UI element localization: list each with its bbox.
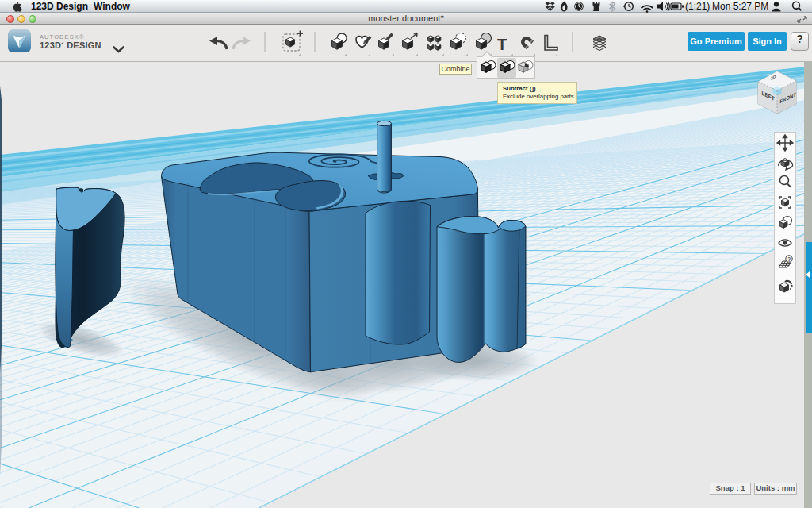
svg-text:?: ? — [787, 256, 791, 262]
svg-text:T: T — [497, 36, 507, 53]
